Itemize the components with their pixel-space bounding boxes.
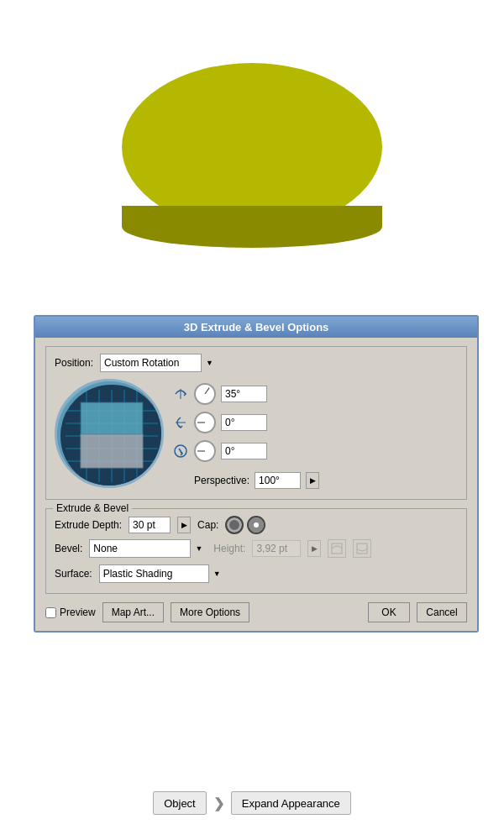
preview-label[interactable]: Preview [60, 606, 96, 618]
extrude-section-label: Extrude & Bevel [53, 502, 132, 514]
perspective-row: Perspective: ▶ [194, 472, 319, 489]
surface-dropdown[interactable]: Plastic Shading Diffuse Shading No Shadi… [99, 564, 225, 583]
y-rotation-row [172, 412, 319, 433]
svg-rect-13 [81, 434, 143, 468]
height-input [252, 540, 301, 557]
ball-grid-svg [57, 381, 164, 488]
surface-label: Surface: [55, 568, 92, 580]
breadcrumb-area: Object ❯ Expand Appearance [0, 791, 504, 815]
shape-side-face [122, 206, 382, 248]
perspective-input[interactable] [255, 472, 301, 489]
rotation-controls: Perspective: ▶ [172, 383, 319, 489]
breadcrumb-object[interactable]: Object [153, 791, 207, 815]
y-axis-icon [172, 414, 189, 431]
cap-label: Cap: [197, 519, 218, 531]
position-dropdown[interactable]: Custom Rotation [100, 354, 218, 372]
x-axis-icon [172, 386, 189, 402]
dialog-body: Position: Custom Rotation ▼ [35, 338, 477, 631]
depth-increment-btn[interactable]: ▶ [177, 517, 191, 533]
cap-hollow-btn[interactable] [247, 516, 265, 534]
cancel-button[interactable]: Cancel [417, 602, 467, 622]
breadcrumb-arrow-icon: ❯ [213, 795, 224, 811]
surface-row: Surface: Plastic Shading Diffuse Shading… [55, 564, 458, 583]
concave-btn[interactable] [328, 539, 346, 558]
extrude-depth-row: Extrude Depth: ▶ Cap: [55, 516, 458, 534]
z-axis-icon [172, 443, 189, 459]
breadcrumb-expand-label: Expand Appearance [242, 797, 340, 810]
y-angle-dial[interactable] [194, 412, 216, 433]
rotation-ball[interactable] [55, 379, 164, 488]
x-rotation-row [172, 383, 319, 405]
extrude-section: Extrude & Bevel Extrude Depth: ▶ Cap: Be… [45, 508, 467, 594]
convex-btn[interactable] [353, 539, 371, 558]
ok-button[interactable]: OK [368, 602, 410, 622]
bevel-label: Bevel: [55, 543, 82, 554]
perspective-increment-btn[interactable]: ▶ [306, 472, 319, 489]
height-increment-btn[interactable]: ▶ [307, 540, 321, 557]
3d-shape [122, 63, 382, 248]
more-options-button[interactable]: More Options [171, 602, 249, 622]
dialog-title: 3D Extrude & Bevel Options [184, 321, 329, 333]
cap-filled-btn[interactable] [225, 516, 244, 534]
bevel-dropdown[interactable]: None [89, 539, 207, 558]
svg-rect-17 [332, 543, 342, 554]
perspective-label: Perspective: [194, 475, 249, 486]
preview-area [0, 0, 504, 311]
breadcrumb-expand[interactable]: Expand Appearance [231, 791, 351, 815]
depth-label: Extrude Depth: [55, 519, 122, 531]
map-art-button[interactable]: Map Art... [102, 602, 164, 622]
bevel-row: Bevel: None ▼ Height: ▶ [55, 539, 458, 558]
svg-rect-12 [81, 402, 143, 434]
dialog-3d-extrude: 3D Extrude & Bevel Options Position: Cus… [34, 315, 479, 633]
bevel-dropdown-wrapper[interactable]: None ▼ [89, 539, 207, 558]
position-label: Position: [55, 357, 93, 369]
dialog-titlebar: 3D Extrude & Bevel Options [35, 317, 477, 338]
x-angle-dial[interactable] [194, 383, 216, 405]
preview-checkbox-row: Preview [45, 606, 96, 618]
position-row: Perspective: ▶ [55, 379, 458, 489]
y-angle-input[interactable] [221, 414, 267, 431]
x-angle-input[interactable] [221, 386, 267, 402]
z-rotation-row [172, 440, 319, 462]
position-dropdown-wrapper[interactable]: Custom Rotation ▼ [100, 354, 218, 372]
button-row: Preview Map Art... More Options OK Cance… [45, 602, 467, 622]
surface-dropdown-wrapper[interactable]: Plastic Shading Diffuse Shading No Shadi… [99, 564, 225, 583]
depth-input[interactable] [129, 517, 171, 533]
position-row-top: Position: Custom Rotation ▼ [55, 354, 458, 372]
height-label: Height: [213, 543, 245, 554]
z-angle-dial[interactable] [194, 440, 216, 462]
svg-rect-18 [357, 543, 367, 554]
breadcrumb-object-label: Object [164, 797, 196, 810]
preview-checkbox[interactable] [45, 607, 56, 618]
z-angle-input[interactable] [221, 443, 267, 459]
position-section: Position: Custom Rotation ▼ [45, 346, 467, 500]
cap-icons [225, 516, 265, 534]
